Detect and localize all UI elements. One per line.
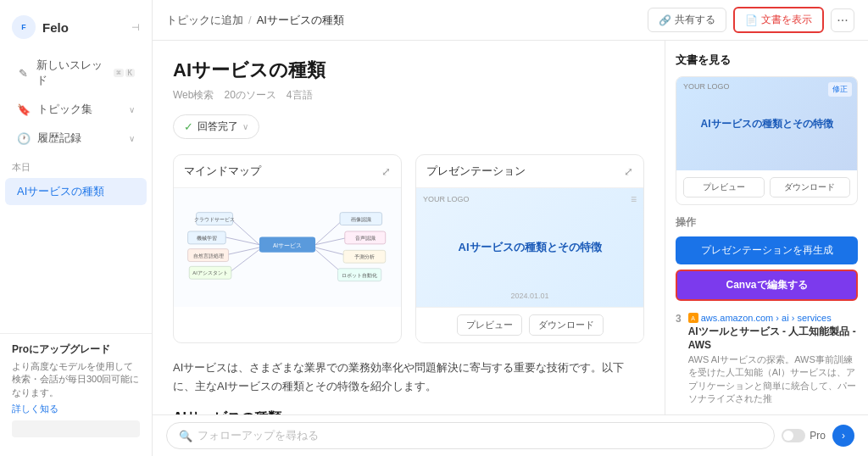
doc-download-button[interactable]: ダウンロード [770, 177, 851, 197]
source-title-3: AIツールとサービス - 人工知能製品 - AWS [688, 325, 858, 351]
clock-icon: 🕐 [17, 131, 31, 145]
collapse-icon[interactable]: ⊣ [131, 22, 140, 33]
doc-section-title: 文書を見る [676, 53, 858, 68]
shortcut-badge: ⌘ K [114, 69, 135, 77]
doc-actions: プレビュー ダウンロード [676, 170, 857, 204]
pro-label: Pro [810, 430, 826, 442]
doc-preview-card: YOUR LOGO 修正 AIサービスの種類とその特徴 プレビュー ダウンロード [676, 76, 858, 205]
canva-button[interactable]: Canvaで編集する [676, 270, 858, 301]
regen-button[interactable]: プレゼンテーションを再生成 [676, 236, 858, 264]
mindmap-preview: AIサービス クラウドサービス 機械学習 自然言語処理 [174, 188, 401, 307]
bookmark-icon: 🔖 [17, 103, 31, 116]
show-doc-button[interactable]: 📄 文書を表示 [733, 7, 824, 33]
presentation-preview: YOUR LOGO ≡ AIサービスの種類とその特徴 2024.01.01 [416, 188, 643, 307]
presentation-header: プレゼンテーション ⤢ [416, 155, 643, 188]
topbar-actions: 🔗 共有する 📄 文書を表示 ··· [648, 7, 854, 33]
source-num-3: 3 [676, 313, 682, 406]
sidebar-item-ai-services[interactable]: AIサービスの種類 [5, 178, 147, 205]
upgrade-title: Proにアップグレード [12, 342, 140, 357]
more-button[interactable]: ··· [831, 8, 854, 32]
new-thread-label: 新しいスレッド [36, 58, 107, 88]
svg-text:機械学習: 機械学習 [197, 236, 217, 241]
upgrade-desc: より高度なモデルを使用して検索・会話が毎日300回可能になります。 [12, 360, 140, 399]
preview-button[interactable]: プレビュー [457, 314, 522, 336]
followup-input-wrapper[interactable]: 🔍 フォローアップを尋ねる [166, 422, 775, 449]
presentation-expand-icon[interactable]: ⤢ [624, 165, 633, 178]
svg-text:AIアシスタント: AIアシスタント [192, 270, 227, 275]
chevron-down-icon: ∨ [129, 105, 135, 114]
breadcrumb-separator: / [248, 14, 252, 26]
app-name: Felo [42, 20, 69, 35]
presentation-menu-icon[interactable]: ≡ [631, 193, 637, 205]
source-content-3: A aws.amazon.com › ai › services AIツールとサ… [688, 313, 858, 406]
source-domain-3[interactable]: A aws.amazon.com › ai › services [688, 313, 858, 323]
sidebar: F Felo ⊣ ✎ 新しいスレッド ⌘ K 🔖 トピック集 ∨ 🕐 履歴記録 … [0, 0, 153, 456]
mindmap-expand-icon[interactable]: ⤢ [381, 165, 391, 178]
svg-text:F: F [21, 23, 26, 31]
share-label: 共有する [675, 13, 715, 27]
page-meta: Web検索 20のソース 4言語 [173, 88, 644, 103]
svg-text:画像認識: 画像認識 [351, 216, 371, 222]
upgrade-section: Proにアップグレード より高度なモデルを使用して検索・会話が毎日300回可能に… [0, 333, 152, 446]
aws-icon: A [688, 313, 698, 323]
svg-text:クラウドサービス: クラウドサービス [194, 217, 235, 222]
cards-row: マインドマップ ⤢ AIサービス クラウドサービス [173, 154, 644, 343]
operations-section: 操作 プレゼンテーションを再生成 Canvaで編集する [676, 215, 858, 301]
sidebar-item-history[interactable]: 🕐 履歴記録 ∨ [5, 125, 147, 152]
main-content: AIサービスの種類 Web検索 20のソース 4言語 ✓ 回答完了 ∨ マインド… [153, 41, 665, 414]
toggle-switch[interactable] [782, 429, 805, 442]
presentation-card-footer: プレビュー ダウンロード [416, 307, 643, 342]
sidebar-item-topics[interactable]: 🔖 トピック集 ∨ [5, 96, 147, 123]
more-icon: ··· [837, 13, 848, 28]
download-button[interactable]: ダウンロード [529, 314, 604, 336]
upgrade-link[interactable]: 詳しく知る [12, 403, 140, 415]
svg-line-4 [231, 220, 259, 245]
doc-preview-image: YOUR LOGO 修正 AIサービスの種類とその特徴 [676, 77, 857, 170]
check-icon: ✓ [184, 120, 193, 133]
breadcrumb-add-topic[interactable]: トピックに追加 [166, 13, 243, 28]
mindmap-header: マインドマップ ⤢ [174, 155, 401, 188]
answer-badge-label: 回答完了 [198, 120, 238, 134]
svg-line-7 [225, 237, 259, 245]
svg-text:予測分析: 予測分析 [354, 254, 375, 259]
presentation-content-title: AIサービスの種類とその特徴 [459, 240, 602, 255]
show-doc-label: 文書を表示 [761, 13, 812, 27]
right-panel: 文書を見る YOUR LOGO 修正 AIサービスの種類とその特徴 プレビュー … [665, 41, 868, 414]
followup-placeholder: フォローアップを尋ねる [198, 428, 319, 443]
plus-icon: ✎ [17, 66, 30, 80]
source-desc-3: AWS AIサービスの探索。AWS事前訓練を受けた人工知能（AI）サービスは、ア… [688, 353, 858, 406]
answer-badge[interactable]: ✓ 回答完了 ∨ [173, 114, 259, 139]
active-item-label: AIサービスの種類 [17, 184, 104, 199]
presentation-title: プレゼンテーション [426, 164, 526, 179]
main-area: トピックに追加 / AIサービスの種類 🔗 共有する 📄 文書を表示 ··· A… [153, 0, 868, 456]
presentation-logo-text: YOUR LOGO [423, 195, 470, 203]
meta-search: Web検索 [173, 88, 214, 103]
meta-sources: 20のソース [224, 88, 275, 103]
answer-badge-arrow: ∨ [242, 122, 248, 131]
meta-languages: 4言語 [287, 88, 313, 103]
breadcrumb: トピックに追加 / AIサービスの種類 [166, 13, 344, 28]
share-button[interactable]: 🔗 共有する [648, 8, 726, 32]
doc-badge[interactable]: 修正 [828, 82, 852, 97]
doc-logo-text: YOUR LOGO [683, 82, 730, 91]
send-button[interactable]: › [832, 425, 854, 447]
page-title: AIサービスの種類 [173, 58, 644, 83]
app-logo: F Felo ⊣ [0, 10, 152, 51]
presentation-footer-date: 2024.01.01 [510, 292, 548, 300]
pro-toggle[interactable]: Pro [782, 429, 826, 442]
topics-label: トピック集 [37, 102, 92, 117]
doc-preview-title: AIサービスの種類とその特徴 [693, 117, 842, 131]
presentation-card: プレゼンテーション ⤢ YOUR LOGO ≡ AIサービスの種類とその特徴 2… [415, 154, 644, 343]
svg-text:自然言語処理: 自然言語処理 [193, 253, 224, 259]
content-intro: AIサービスは、さまざまな業界での業務効率化や問題解決に寄与する重要な技術です。… [173, 359, 644, 396]
mindmap-title: マインドマップ [184, 164, 261, 179]
svg-text:ロボット自動化: ロボット自動化 [342, 273, 377, 278]
svg-text:音声認識: 音声認識 [355, 235, 376, 241]
today-section: 本日 [0, 153, 152, 177]
svg-line-16 [315, 220, 343, 245]
doc-icon: 📄 [745, 14, 758, 26]
source-item-3: 3 A aws.amazon.com › ai › services AIツール… [676, 313, 858, 414]
search-icon: 🔍 [179, 430, 192, 442]
sidebar-item-new-thread[interactable]: ✎ 新しいスレッド ⌘ K [5, 52, 147, 94]
doc-preview-button[interactable]: プレビュー [683, 177, 765, 197]
